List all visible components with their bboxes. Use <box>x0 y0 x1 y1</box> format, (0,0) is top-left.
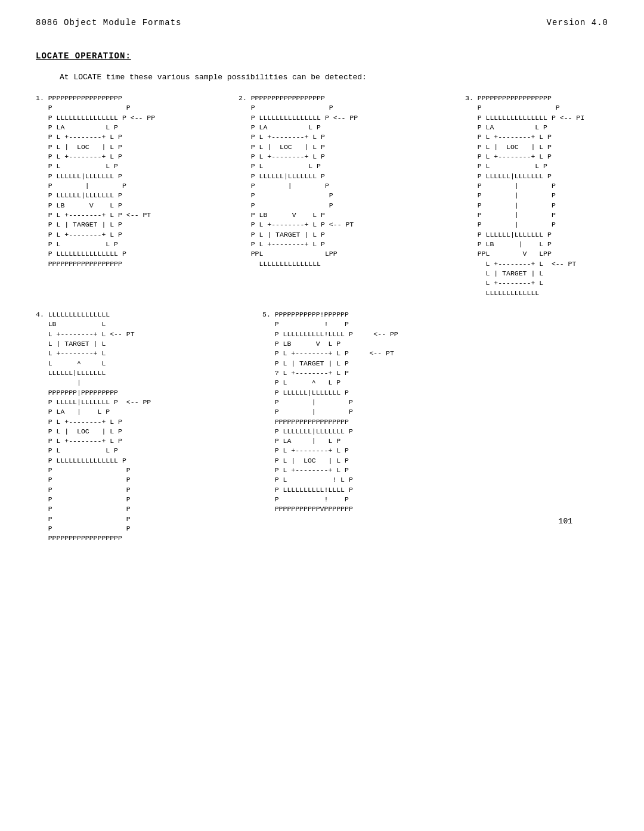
diagrams-bottom-row: 4. LLLLLLLLLLLLLLL LB L L +--------+ L <… <box>36 310 608 544</box>
version-label: Version 4.0 <box>547 18 608 27</box>
page-header: 8086 Object Module Formats Version 4.0 <box>36 18 608 27</box>
document-title: 8086 Object Module Formats <box>36 18 181 27</box>
intro-text: At LOCATE time these various sample poss… <box>60 73 608 82</box>
diagram-3: 3. PPPPPPPPPPPPPPPPPP P P P LLLLLLLLLLLL… <box>465 94 608 298</box>
diagram-2: 2. PPPPPPPPPPPPPPPPPP P P P LLLLLLLLLLLL… <box>239 94 465 298</box>
diagram-1: 1. PPPPPPPPPPPPPPPPPP P P P LLLLLLLLLLLL… <box>36 94 239 298</box>
section-title: LOCATE OPERATION: <box>36 51 608 61</box>
diagram-4: 4. LLLLLLLLLLLLLLL LB L L +--------+ L <… <box>36 310 262 544</box>
diagram-5: 5. PPPPPPPPPPP!PPPPPP P ! P P LLLLLLLLLL… <box>262 310 608 544</box>
diagrams-top-row: 1. PPPPPPPPPPPPPPPPPP P P P LLLLLLLLLLLL… <box>36 94 608 298</box>
page-number: 101 <box>559 517 572 526</box>
